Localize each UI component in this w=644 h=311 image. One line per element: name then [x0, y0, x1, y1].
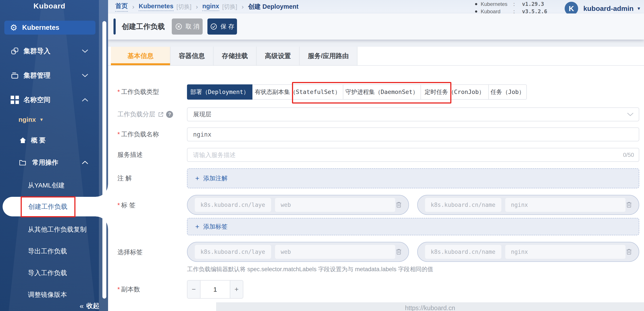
workload-name-input[interactable]: [187, 128, 639, 141]
breadcrumb-separator: ›: [242, 3, 244, 10]
workload-layer-select[interactable]: 展现层: [187, 108, 639, 121]
add-annotation-button[interactable]: + 添加注解: [187, 168, 639, 188]
labels-row: *标 签: [108, 195, 644, 235]
form-panel: *工作负载类型 部署（Deployment） 有状态副本集（StatefulSe…: [108, 66, 644, 302]
type-cronjob-button[interactable]: 定时任务（CronJob）: [421, 84, 489, 100]
selector-pair: [187, 242, 409, 262]
tab-basic-info[interactable]: 基本信息: [111, 47, 170, 65]
namespace-label: nginx: [18, 116, 36, 123]
replicas-value: 1: [200, 280, 230, 298]
label-key-input[interactable]: [195, 198, 271, 212]
chevron-down-icon: [82, 49, 88, 53]
sidebar-item-overview[interactable]: 概 要: [19, 134, 46, 147]
sidebar-item-label: 从YAML创建: [28, 181, 64, 190]
add-label-button[interactable]: + 添加标签: [187, 218, 639, 235]
sidebar-item-adjust-image-version[interactable]: 调整镜像版本: [0, 288, 99, 301]
circle-x-icon: [175, 23, 182, 30]
selector-hint: 工作负载编辑器默认将 spec.selector.matchLabels 字段设…: [187, 265, 639, 273]
required-asterisk: *: [118, 131, 120, 138]
labels-label: *标 签: [118, 195, 187, 210]
namespace-selector[interactable]: nginx ▼: [18, 113, 44, 126]
trash-icon[interactable]: [626, 248, 632, 256]
workload-layer-row: 工作负载分层 ? 展现层: [108, 108, 644, 121]
trash-icon[interactable]: [396, 201, 402, 208]
tab-storage-mount[interactable]: 存储挂载: [214, 47, 256, 65]
breadcrumb-home-link[interactable]: 首页: [115, 2, 128, 12]
username: kuboard-admin: [583, 4, 634, 12]
breadcrumb-switch-namespace[interactable]: [切换]: [222, 3, 237, 11]
type-statefulset-button[interactable]: 有状态副本集（StatefulSet）: [252, 84, 343, 100]
sidebar-item-label: 从其他工作负载复制: [28, 225, 86, 234]
tab-bar: 基本信息 容器信息 存储挂载 高级设置 服务/应用路由: [108, 47, 644, 66]
sidebar-item-common-ops[interactable]: 常用操作: [0, 156, 99, 169]
breadcrumb-namespace-link[interactable]: nginx: [202, 2, 219, 11]
help-icon[interactable]: ?: [166, 111, 173, 118]
sidebar-item-cluster-manage[interactable]: 集群管理: [0, 69, 99, 82]
sidebar-item-copy-from-workload[interactable]: 从其他工作负载复制: [0, 223, 99, 236]
selector-key-input[interactable]: [425, 245, 501, 259]
sidebar-item-kubernetes[interactable]: ⚙ Kubernetes: [4, 21, 96, 34]
breadcrumb-cluster-link[interactable]: Kubernetes: [139, 2, 174, 11]
sidebar-item-label: Kubernetes: [22, 24, 59, 32]
kuboard-app: Kuboard ⚙ Kubernetes 集群导入 集群管理: [0, 0, 644, 311]
selector-pair: [417, 242, 639, 262]
sidebar-item-import-workload[interactable]: 导入工作负载: [0, 266, 99, 280]
tab-service-route[interactable]: 服务/应用路由: [300, 47, 358, 65]
bullet-icon: [475, 3, 477, 5]
sidebar-collapse-button[interactable]: « 收起: [80, 302, 99, 310]
label-key-input[interactable]: [425, 198, 501, 212]
tab-advanced-settings[interactable]: 高级设置: [256, 47, 300, 65]
type-deployment-button[interactable]: 部署（Deployment）: [187, 84, 252, 100]
annotations-row: 注 解 + 添加注解: [108, 168, 644, 188]
workload-type-label: *工作负载类型: [118, 88, 187, 96]
external-link-icon[interactable]: [158, 111, 164, 118]
workload-type-group: 部署（Deployment） 有状态副本集（StatefulSet） 守护进程集…: [187, 84, 639, 100]
circle-check-icon: [210, 23, 218, 30]
home-icon: [19, 137, 26, 144]
main-area: 首页 › Kubernetes [切换] › nginx [切换] › 创建 D…: [108, 0, 644, 311]
sidebar-scrollbar-thumb[interactable]: [102, 21, 106, 298]
sidebar-item-create-from-yaml[interactable]: 从YAML创建: [0, 179, 99, 192]
sidebar-item-export-workload[interactable]: 导出工作负载: [0, 245, 99, 258]
sidebar-item-create-workload[interactable]: 创建工作负载: [2, 197, 108, 216]
folder-icon: [19, 159, 26, 166]
label-pair: [417, 195, 639, 215]
decrement-button[interactable]: −: [188, 280, 200, 298]
kubernetes-version-row: Kubernetes : v1.29.3: [475, 1, 547, 7]
caret-down-icon: ▼: [39, 117, 44, 122]
archive-icon: [10, 72, 20, 80]
type-job-button[interactable]: 任务（Job）: [489, 84, 527, 100]
label-pair: [187, 195, 409, 215]
workload-name-label: *工作负载名称: [118, 130, 187, 139]
selector-value-input[interactable]: [275, 245, 395, 259]
sidebar-item-namespaces[interactable]: 名称空间: [0, 93, 99, 106]
sidebar-item-label: 集群管理: [24, 71, 50, 80]
chevron-up-icon: [82, 98, 88, 102]
breadcrumb-separator: ›: [132, 3, 134, 10]
trash-icon[interactable]: [396, 248, 402, 256]
increment-button[interactable]: +: [230, 280, 243, 298]
description-input[interactable]: [187, 148, 639, 162]
user-menu[interactable]: K kuboard-admin ▼: [565, 2, 641, 15]
required-asterisk: *: [118, 202, 120, 208]
avatar: K: [565, 2, 578, 15]
trash-icon[interactable]: [626, 201, 632, 208]
gear-icon: ⚙: [10, 24, 18, 32]
sidebar-item-cluster-import[interactable]: 集群导入: [0, 44, 99, 58]
selector-value-input[interactable]: [505, 245, 626, 259]
save-button[interactable]: 保 存: [208, 18, 237, 34]
tab-container-info[interactable]: 容器信息: [170, 47, 214, 65]
breadcrumb-switch-cluster[interactable]: [切换]: [176, 3, 192, 11]
label-value-input[interactable]: [505, 198, 626, 212]
type-daemonset-button[interactable]: 守护进程集（DaemonSet）: [343, 84, 421, 100]
version-name: Kubernetes: [481, 1, 513, 7]
label-value-input[interactable]: [275, 198, 395, 212]
collapse-icon: «: [80, 302, 84, 310]
description-row: 服务描述 0/50: [108, 148, 644, 162]
colon: :: [513, 1, 522, 7]
workload-type-row: *工作负载类型 部署（Deployment） 有状态副本集（StatefulSe…: [108, 84, 644, 100]
sidebar-item-label: 导出工作负载: [28, 247, 67, 256]
cancel-button[interactable]: 取 消: [172, 18, 203, 34]
cancel-label: 取 消: [186, 22, 199, 31]
selector-key-input[interactable]: [195, 245, 271, 259]
